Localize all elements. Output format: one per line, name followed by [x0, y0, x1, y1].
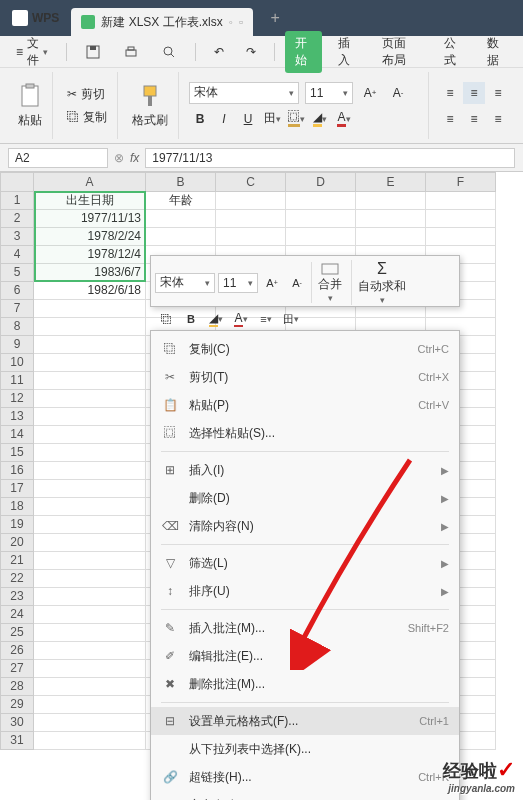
col-header[interactable]: A — [34, 172, 146, 192]
fx-label[interactable]: fx — [130, 151, 139, 165]
mini-increase-font[interactable]: A+ — [261, 273, 283, 293]
col-header[interactable]: B — [146, 172, 216, 192]
cell[interactable] — [34, 534, 146, 552]
align-top-button[interactable]: ≡ — [439, 82, 461, 104]
row-header[interactable]: 22 — [0, 570, 34, 588]
col-header[interactable]: E — [356, 172, 426, 192]
bold-button[interactable]: B — [189, 108, 211, 130]
cell[interactable] — [356, 210, 426, 228]
app-menu-button[interactable]: ≡ 文件 ▾ — [8, 31, 56, 73]
ctx-insert[interactable]: ⊞插入(I)▶ — [151, 456, 459, 484]
row-header[interactable]: 19 — [0, 516, 34, 534]
cell[interactable]: 1978/12/4 — [34, 246, 146, 264]
font-size-select[interactable]: 11▾ — [305, 82, 353, 104]
row-header[interactable]: 17 — [0, 480, 34, 498]
cell[interactable] — [356, 192, 426, 210]
print-button[interactable] — [115, 40, 147, 64]
ctx-format-cells[interactable]: ⊟设置单元格格式(F)...Ctrl+1 — [151, 707, 459, 735]
row-header[interactable]: 12 — [0, 390, 34, 408]
cell[interactable] — [34, 372, 146, 390]
cell[interactable] — [34, 444, 146, 462]
name-box[interactable]: A2 — [8, 148, 108, 168]
row-header[interactable]: 11 — [0, 372, 34, 390]
cell[interactable] — [34, 498, 146, 516]
row-header[interactable]: 29 — [0, 696, 34, 714]
row-header[interactable]: 16 — [0, 462, 34, 480]
font-color-button[interactable]: A▾ — [333, 108, 355, 130]
cell[interactable] — [426, 210, 496, 228]
mini-border-button[interactable]: 田▾ — [280, 309, 302, 329]
cell[interactable] — [34, 462, 146, 480]
cell[interactable] — [34, 588, 146, 606]
mini-merge-button[interactable]: 合并▾ — [311, 262, 348, 303]
cut-button[interactable]: ✂剪切 — [63, 83, 109, 106]
row-header[interactable]: 18 — [0, 498, 34, 516]
row-header[interactable]: 21 — [0, 552, 34, 570]
ctx-filter[interactable]: ▽筛选(L)▶ — [151, 549, 459, 577]
cell[interactable] — [146, 228, 216, 246]
row-header[interactable]: 13 — [0, 408, 34, 426]
ctx-copy[interactable]: ⿻复制(C)Ctrl+C — [151, 335, 459, 363]
select-all-corner[interactable] — [0, 172, 34, 192]
save-button[interactable] — [77, 40, 109, 64]
row-header[interactable]: 23 — [0, 588, 34, 606]
align-bottom-button[interactable]: ≡ — [487, 82, 509, 104]
cell[interactable] — [34, 300, 146, 318]
row-header[interactable]: 9 — [0, 336, 34, 354]
ctx-item[interactable]: 定义名称(A)... — [151, 791, 459, 800]
increase-font-button[interactable]: A+ — [359, 82, 381, 104]
formula-bar[interactable]: 1977/11/13 — [145, 148, 515, 168]
ctx-item[interactable]: 从下拉列表中选择(K)... — [151, 735, 459, 763]
cell[interactable] — [34, 660, 146, 678]
cell[interactable] — [34, 408, 146, 426]
ribbon-page-layout[interactable]: 页面布局 — [372, 31, 427, 73]
wps-logo[interactable]: WPS — [4, 10, 67, 26]
cell[interactable] — [34, 624, 146, 642]
align-left-button[interactable]: ≡ — [439, 108, 461, 130]
mini-color-button[interactable]: A▾ — [230, 309, 252, 329]
mini-bold-button[interactable]: B — [180, 309, 202, 329]
cell[interactable]: 1978/2/24 — [34, 228, 146, 246]
cell[interactable] — [34, 552, 146, 570]
row-header[interactable]: 5 — [0, 264, 34, 282]
col-header[interactable]: C — [216, 172, 286, 192]
underline-button[interactable]: U — [237, 108, 259, 130]
cell[interactable]: 年龄 — [146, 192, 216, 210]
ctx-cut[interactable]: ✂剪切(T)Ctrl+X — [151, 363, 459, 391]
cell[interactable] — [426, 228, 496, 246]
cell[interactable]: 出生日期 — [34, 192, 146, 210]
cell[interactable] — [34, 570, 146, 588]
mini-autosum-button[interactable]: Σ 自动求和▾ — [351, 260, 412, 305]
cell[interactable] — [34, 732, 146, 750]
mini-fill-button[interactable]: ◢▾ — [205, 309, 227, 329]
ctx-clear[interactable]: ⌫清除内容(N)▶ — [151, 512, 459, 540]
cell[interactable] — [34, 696, 146, 714]
font-name-select[interactable]: 宋体▾ — [189, 82, 299, 104]
cell[interactable] — [34, 678, 146, 696]
row-header[interactable]: 30 — [0, 714, 34, 732]
paste-button[interactable]: 粘贴 — [14, 78, 46, 133]
cancel-icon[interactable]: ⊗ — [114, 151, 124, 165]
decrease-font-button[interactable]: A- — [387, 82, 409, 104]
mini-font-select[interactable]: 宋体▾ — [155, 273, 215, 293]
ctx-comment[interactable]: ✎插入批注(M)...Shift+F2 — [151, 614, 459, 642]
undo-button[interactable]: ↶ — [206, 41, 232, 63]
document-tab[interactable]: 新建 XLSX 工作表.xlsx ◦ ▫ — [71, 8, 253, 36]
italic-button[interactable]: I — [213, 108, 235, 130]
cell[interactable]: 1977/11/13 — [34, 210, 146, 228]
row-header[interactable]: 24 — [0, 606, 34, 624]
row-header[interactable]: 31 — [0, 732, 34, 750]
cell[interactable] — [34, 336, 146, 354]
cell[interactable] — [216, 228, 286, 246]
row-header[interactable]: 1 — [0, 192, 34, 210]
row-header[interactable]: 10 — [0, 354, 34, 372]
mini-decrease-font[interactable]: A- — [286, 273, 308, 293]
ctx-paste-special[interactable]: ⿴选择性粘贴(S)... — [151, 419, 459, 447]
tab-pin-icon[interactable]: ▫ — [239, 15, 243, 29]
row-header[interactable]: 6 — [0, 282, 34, 300]
strike-button[interactable]: 田▾ — [261, 108, 283, 130]
row-header[interactable]: 8 — [0, 318, 34, 336]
cell[interactable] — [34, 714, 146, 732]
new-tab-button[interactable]: + — [261, 4, 289, 32]
row-header[interactable]: 7 — [0, 300, 34, 318]
